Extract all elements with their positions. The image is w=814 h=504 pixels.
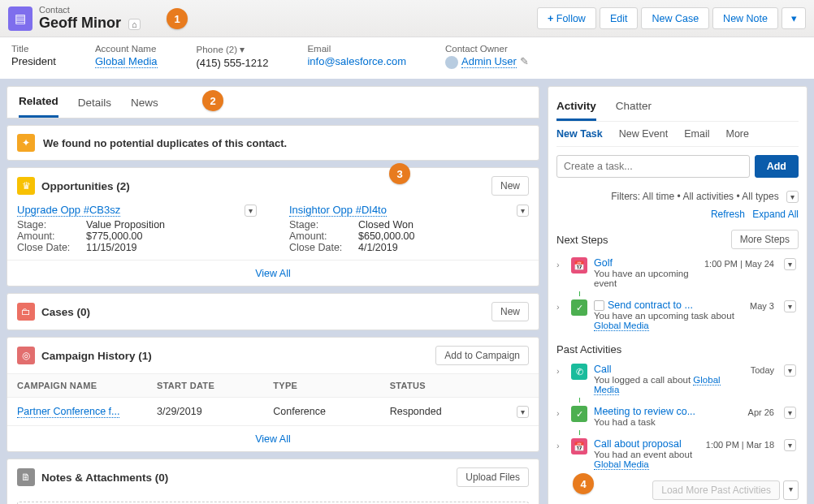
callout-3: 3 [389, 163, 410, 184]
subtab-new-event[interactable]: New Event [619, 128, 668, 140]
more-actions-button[interactable]: ▾ [782, 7, 806, 29]
filters-menu-button[interactable]: ▾ [786, 191, 799, 203]
add-to-campaign-button[interactable]: Add to Campaign [435, 346, 529, 365]
opportunity-link[interactable]: Insightor Opp #DI4to [289, 204, 387, 217]
email-label: Email [307, 44, 406, 54]
activity-item: › ✓ Meeting to review co... You had a ta… [556, 403, 799, 430]
activity-link[interactable]: Meeting to review co... [594, 406, 695, 417]
opportunity-icon: ♛ [17, 177, 35, 195]
activity-menu-button[interactable]: ▾ [784, 258, 796, 270]
expand-icon[interactable]: › [556, 438, 565, 450]
related-link[interactable]: Global Media [594, 459, 649, 470]
opp-menu-button[interactable]: ▾ [517, 205, 529, 217]
tab-details[interactable]: Details [78, 88, 111, 117]
filters-text: Filters: All time • All activities • All… [611, 191, 778, 202]
opportunity-link[interactable]: Upgrade Opp #CB3sz [17, 204, 120, 217]
activity-link[interactable]: Golf [594, 257, 613, 269]
tab-related[interactable]: Related [19, 87, 58, 118]
load-more-menu[interactable]: ▾ [783, 480, 799, 500]
upload-files-button[interactable]: Upload Files [457, 467, 529, 487]
activity-menu-button[interactable]: ▾ [784, 407, 796, 419]
new-note-button[interactable]: New Note [712, 7, 778, 29]
callout-2: 2 [202, 90, 223, 111]
header-actions: + Follow Edit New Case New Note ▾ [537, 7, 806, 29]
account-link[interactable]: Global Media [95, 55, 158, 68]
activity-panel: Activity Chatter New Task New Event Emai… [548, 86, 808, 504]
cases-card: 🗀 Cases (0) New [6, 293, 539, 330]
activity-menu-button[interactable]: ▾ [784, 439, 796, 451]
callout-1: 1 [167, 8, 188, 29]
notes-card: 🗎 Notes & Attachments (0) Upload Files ⇪… [6, 459, 539, 504]
account-label: Account Name [95, 44, 158, 54]
expand-icon[interactable]: › [556, 257, 565, 269]
new-case-button-list[interactable]: New [491, 302, 529, 321]
campaign-icon: ◎ [17, 347, 35, 364]
duplicates-text: We found no potential duplicates of this… [43, 137, 287, 149]
subtab-new-task[interactable]: New Task [556, 128, 603, 140]
tab-activity[interactable]: Activity [556, 93, 596, 121]
opportunities-card: 3 ♛ Opportunities (2) New ▾ Upgrade Opp … [6, 167, 539, 286]
subtab-email[interactable]: Email [684, 128, 709, 140]
phone-dropdown-icon[interactable]: ▾ [240, 45, 245, 54]
opp-menu-button[interactable]: ▾ [245, 205, 257, 217]
cases-title: Cases (0) [41, 306, 485, 318]
activity-link[interactable]: Send contract to ... [608, 299, 693, 311]
campaign-link[interactable]: Partner Conference f... [17, 406, 119, 418]
follow-button[interactable]: + Follow [537, 7, 596, 29]
activity-item: › 📅 Call about proposal You had an event… [556, 435, 799, 472]
new-opportunity-button[interactable]: New [491, 176, 529, 196]
hierarchy-icon[interactable]: ⌂ [128, 19, 141, 30]
load-more-button[interactable]: Load More Past Activities [652, 480, 780, 500]
opportunity-item: ▾ Upgrade Opp #CB3sz Stage:Value Proposi… [17, 204, 257, 253]
expand-all-link[interactable]: Expand All [752, 209, 799, 220]
campaign-title: Campaign History (1) [41, 350, 429, 362]
campaign-view-all-link[interactable]: View All [255, 433, 291, 445]
task-icon: ✓ [571, 299, 587, 316]
activity-item: › ✓ Send contract to ... You have an upc… [556, 296, 799, 334]
create-task-input[interactable] [556, 155, 750, 178]
phone-label: Phone (2) [197, 45, 238, 54]
expand-icon[interactable]: › [556, 299, 565, 312]
next-steps-title: Next Steps [556, 234, 608, 246]
cases-icon: 🗀 [17, 303, 35, 321]
tab-chatter[interactable]: Chatter [616, 93, 652, 121]
activity-menu-button[interactable]: ▾ [784, 364, 796, 377]
owner-link[interactable]: Admin User [461, 55, 517, 68]
expand-icon[interactable]: › [556, 364, 565, 376]
activity-menu-button[interactable]: ▾ [784, 300, 796, 312]
campaign-row: Partner Conference f... 3/29/2019 Confer… [7, 398, 539, 425]
record-type: Contact [39, 5, 141, 15]
owner-edit-icon[interactable]: ✎ [520, 55, 529, 67]
callout-4: 4 [573, 473, 594, 494]
edit-button[interactable]: Edit [600, 7, 639, 29]
record-header: ▤ Contact Geoff Minor ⌂ + Follow Edit Ne… [0, 0, 814, 37]
activity-item: › 📅 Golf You have an upcoming event 1:00… [556, 254, 799, 291]
add-task-button[interactable]: Add [755, 155, 799, 178]
refresh-link[interactable]: Refresh [711, 209, 745, 220]
related-link[interactable]: Global Media [594, 321, 649, 331]
title-value: President [11, 55, 56, 67]
activity-item: › ✆ Call You logged a call about Global … [556, 360, 799, 398]
event-icon: 📅 [571, 438, 587, 454]
more-steps-button[interactable]: More Steps [731, 230, 799, 249]
new-case-button[interactable]: New Case [641, 7, 709, 29]
email-link[interactable]: info@salesforce.com [307, 55, 406, 67]
opportunity-item: ▾ Insightor Opp #DI4to Stage:Closed Won … [289, 204, 529, 253]
duplicates-icon: ✦ [17, 134, 35, 152]
attachments-icon: 🗎 [17, 468, 35, 486]
expand-icon[interactable]: › [556, 406, 565, 418]
subtab-more[interactable]: More [725, 128, 748, 140]
opportunities-title: Opportunities (2) [41, 180, 485, 192]
owner-label: Contact Owner [445, 44, 529, 54]
owner-avatar-icon [445, 56, 458, 69]
opps-view-all-link[interactable]: View All [255, 268, 291, 279]
tab-news[interactable]: News [131, 88, 158, 117]
activity-link[interactable]: Call about proposal [594, 438, 682, 450]
col-campaign-name: CAMPAIGN NAME [17, 381, 157, 390]
campaign-row-menu[interactable]: ▾ [517, 406, 529, 418]
record-title-block: Contact Geoff Minor ⌂ [39, 5, 141, 32]
left-tabs: Related Details News 2 [6, 86, 539, 118]
contact-icon: ▤ [8, 6, 32, 31]
activity-link[interactable]: Call [594, 364, 612, 375]
task-checkbox[interactable] [594, 300, 604, 311]
